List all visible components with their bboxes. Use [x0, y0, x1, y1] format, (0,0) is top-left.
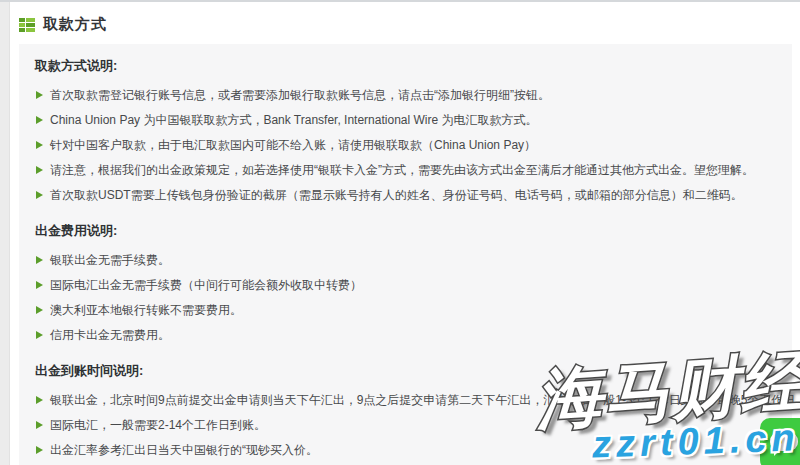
list-item: 请注意，根据我们的出金政策规定，如若选择使用“银联卡入金”方式，需要先由该方式出… — [35, 162, 776, 179]
section-heading: 取款方式说明: — [35, 57, 776, 75]
list-item: 澳大利亚本地银行转账不需要费用。 — [35, 302, 776, 319]
arrow-bullet-icon — [36, 421, 43, 429]
arrow-bullet-icon — [36, 446, 43, 454]
arrow-bullet-icon — [36, 91, 43, 99]
list-item-text: China Union Pay 为中国银联取款方式，Bank Transfer,… — [50, 112, 537, 129]
arrow-bullet-icon — [36, 281, 43, 289]
arrow-bullet-icon — [36, 331, 43, 339]
list-item-text: 国际电汇出金无需手续费（中间行可能会额外收取中转费） — [50, 277, 362, 294]
watermark-site-url: zzrt01.cn — [592, 416, 800, 465]
page-left-edge — [0, 2, 10, 465]
list-item: 银联出金无需手续费。 — [35, 252, 776, 269]
list-item-text: 国际电汇，一般需要2-14个工作日到账。 — [50, 417, 266, 434]
list-item: 首次取款需登记银行账号信息，或者需要添加银行取款账号信息，请点击“添加银行明细”… — [35, 87, 776, 104]
list-item: China Union Pay 为中国银联取款方式，Bank Transfer,… — [35, 112, 776, 129]
list-item: 信用卡出金无需费用。 — [35, 327, 776, 344]
arrow-bullet-icon — [36, 306, 43, 314]
list-item: 首次取款USDT需要上传钱包身份验证的截屏（需显示账号持有人的姓名、身份证号码、… — [35, 187, 776, 204]
list-item: 国际电汇出金无需手续费（中间行可能会额外收取中转费） — [35, 277, 776, 294]
list-item-text: 首次取款需登记银行账号信息，或者需要添加银行取款账号信息，请点击“添加银行明细”… — [50, 87, 550, 104]
list-item-text: 首次取款USDT需要上传钱包身份验证的截屏（需显示账号持有人的姓名、身份证号码、… — [50, 187, 743, 204]
arrow-bullet-icon — [36, 116, 43, 124]
page-header: 取款方式 — [11, 2, 800, 44]
section-heading: 出金费用说明: — [35, 222, 776, 240]
list-item-text: 银联出金无需手续费。 — [50, 252, 170, 269]
list-item-text: 澳大利亚本地银行转账不需要费用。 — [50, 302, 242, 319]
list-item: 针对中国客户取款，由于电汇取款国内可能不给入账，请使用银联取款（China Un… — [35, 137, 776, 154]
list-item-text: 信用卡出金无需费用。 — [50, 327, 170, 344]
arrow-bullet-icon — [36, 166, 43, 174]
arrow-bullet-icon — [36, 191, 43, 199]
list-item-text: 出金汇率参考汇出日当天中国银行的“现钞买入价。 — [50, 442, 318, 459]
arrow-bullet-icon — [36, 256, 43, 264]
grid-list-icon — [19, 18, 35, 32]
arrow-bullet-icon — [36, 141, 43, 149]
list-item-text: 请注意，根据我们的出金政策规定，如若选择使用“银联卡入金”方式，需要先由该方式出… — [50, 162, 754, 179]
arrow-bullet-icon — [36, 396, 43, 404]
section-withdraw-methods: 取款方式说明: 首次取款需登记银行账号信息，或者需要添加银行取款账号信息，请点击… — [35, 57, 776, 204]
page-title: 取款方式 — [43, 15, 107, 34]
list-item-text: 针对中国客户取款，由于电汇取款国内可能不给入账，请使用银联取款（China Un… — [50, 137, 536, 154]
section-withdraw-fees: 出金费用说明: 银联出金无需手续费。 国际电汇出金无需手续费（中间行可能会额外收… — [35, 222, 776, 344]
